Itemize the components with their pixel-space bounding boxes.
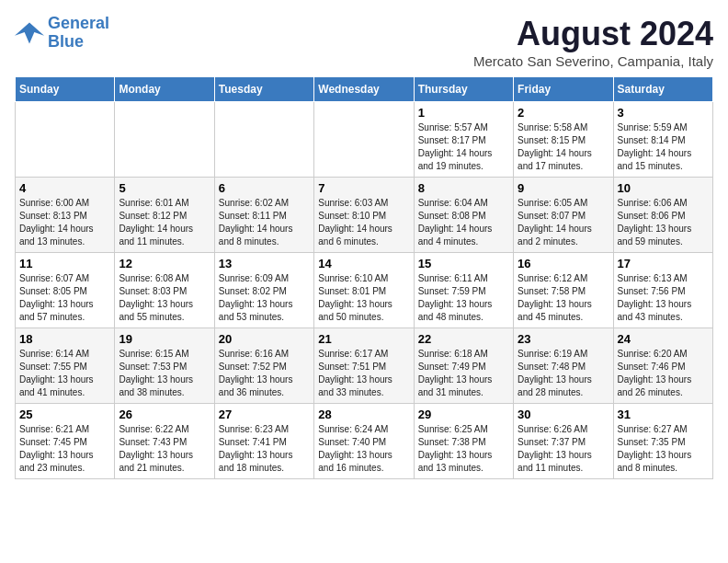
day-number: 3	[618, 106, 709, 120]
day-number: 16	[518, 257, 609, 270]
calendar-cell: 31Sunrise: 6:27 AMSunset: 7:35 PMDayligh…	[613, 404, 712, 479]
calendar-cell: 8Sunrise: 6:04 AMSunset: 8:08 PMDaylight…	[414, 178, 513, 253]
day-info: Sunrise: 6:24 AMSunset: 7:40 PMDaylight:…	[318, 423, 409, 475]
title-section: August 2024 Mercato San Severino, Campan…	[473, 15, 713, 69]
day-number: 15	[418, 257, 509, 270]
weekday-header: Wednesday	[314, 77, 414, 102]
calendar-cell: 13Sunrise: 6:09 AMSunset: 8:02 PMDayligh…	[214, 253, 313, 328]
calendar-cell: 19Sunrise: 6:15 AMSunset: 7:53 PMDayligh…	[115, 328, 214, 404]
day-number: 2	[518, 106, 609, 120]
day-number: 30	[518, 408, 609, 421]
day-info: Sunrise: 6:25 AMSunset: 7:38 PMDaylight:…	[418, 423, 509, 475]
calendar-cell: 7Sunrise: 6:03 AMSunset: 8:10 PMDaylight…	[314, 178, 414, 253]
day-number: 19	[119, 332, 210, 346]
day-info: Sunrise: 6:15 AMSunset: 7:53 PMDaylight:…	[119, 348, 210, 399]
calendar-cell: 1Sunrise: 5:57 AMSunset: 8:17 PMDaylight…	[414, 102, 513, 178]
calendar-cell	[115, 102, 214, 178]
calendar-cell: 21Sunrise: 6:17 AMSunset: 7:51 PMDayligh…	[314, 328, 414, 404]
day-number: 7	[318, 181, 409, 195]
day-number: 1	[418, 106, 509, 120]
day-info: Sunrise: 6:20 AMSunset: 7:46 PMDaylight:…	[618, 348, 709, 399]
calendar-cell: 3Sunrise: 5:59 AMSunset: 8:14 PMDaylight…	[613, 102, 712, 178]
calendar-cell: 29Sunrise: 6:25 AMSunset: 7:38 PMDayligh…	[414, 404, 513, 479]
day-number: 26	[119, 408, 210, 421]
calendar-cell: 6Sunrise: 6:02 AMSunset: 8:11 PMDaylight…	[214, 178, 313, 253]
day-number: 24	[618, 332, 709, 346]
day-info: Sunrise: 6:05 AMSunset: 8:07 PMDaylight:…	[518, 197, 609, 248]
day-number: 23	[518, 332, 609, 346]
calendar-cell: 4Sunrise: 6:00 AMSunset: 8:13 PMDaylight…	[16, 178, 115, 253]
day-info: Sunrise: 6:22 AMSunset: 7:43 PMDaylight:…	[119, 423, 210, 475]
day-number: 10	[618, 181, 709, 195]
day-number: 13	[219, 257, 310, 270]
logo-text: General Blue	[48, 15, 109, 52]
calendar-cell: 22Sunrise: 6:18 AMSunset: 7:49 PMDayligh…	[414, 328, 513, 404]
logo-icon	[15, 20, 44, 46]
day-number: 11	[19, 257, 110, 270]
calendar-cell: 23Sunrise: 6:19 AMSunset: 7:48 PMDayligh…	[514, 328, 613, 404]
calendar-cell: 14Sunrise: 6:10 AMSunset: 8:01 PMDayligh…	[314, 253, 414, 328]
day-number: 18	[19, 332, 110, 346]
day-number: 12	[119, 257, 210, 270]
calendar-cell: 27Sunrise: 6:23 AMSunset: 7:41 PMDayligh…	[214, 404, 313, 479]
weekday-header: Thursday	[414, 77, 513, 102]
day-info: Sunrise: 6:17 AMSunset: 7:51 PMDaylight:…	[318, 348, 409, 399]
day-number: 20	[219, 332, 310, 346]
calendar-cell: 11Sunrise: 6:07 AMSunset: 8:05 PMDayligh…	[16, 253, 115, 328]
day-info: Sunrise: 6:27 AMSunset: 7:35 PMDaylight:…	[618, 423, 709, 475]
day-number: 21	[318, 332, 409, 346]
day-info: Sunrise: 6:19 AMSunset: 7:48 PMDaylight:…	[518, 348, 609, 399]
weekday-header: Tuesday	[214, 77, 313, 102]
day-info: Sunrise: 6:00 AMSunset: 8:13 PMDaylight:…	[19, 197, 110, 248]
day-info: Sunrise: 6:03 AMSunset: 8:10 PMDaylight:…	[318, 197, 409, 248]
calendar-week-row: 18Sunrise: 6:14 AMSunset: 7:55 PMDayligh…	[16, 328, 713, 404]
weekday-header-row: SundayMondayTuesdayWednesdayThursdayFrid…	[16, 77, 713, 102]
day-info: Sunrise: 6:26 AMSunset: 7:37 PMDaylight:…	[518, 423, 609, 475]
day-info: Sunrise: 6:18 AMSunset: 7:49 PMDaylight:…	[418, 348, 509, 399]
day-number: 28	[318, 408, 409, 421]
day-info: Sunrise: 6:08 AMSunset: 8:03 PMDaylight:…	[119, 272, 210, 324]
calendar-table: SundayMondayTuesdayWednesdayThursdayFrid…	[15, 76, 713, 479]
day-info: Sunrise: 6:10 AMSunset: 8:01 PMDaylight:…	[318, 272, 409, 324]
calendar-cell	[314, 102, 414, 178]
day-number: 22	[418, 332, 509, 346]
day-info: Sunrise: 6:13 AMSunset: 7:56 PMDaylight:…	[618, 272, 709, 324]
day-number: 17	[618, 257, 709, 270]
day-info: Sunrise: 6:09 AMSunset: 8:02 PMDaylight:…	[219, 272, 310, 324]
day-info: Sunrise: 6:14 AMSunset: 7:55 PMDaylight:…	[19, 348, 110, 399]
calendar-week-row: 11Sunrise: 6:07 AMSunset: 8:05 PMDayligh…	[16, 253, 713, 328]
weekday-header: Saturday	[613, 77, 712, 102]
day-info: Sunrise: 6:21 AMSunset: 7:45 PMDaylight:…	[19, 423, 110, 475]
calendar-cell: 9Sunrise: 6:05 AMSunset: 8:07 PMDaylight…	[514, 178, 613, 253]
day-info: Sunrise: 6:12 AMSunset: 7:58 PMDaylight:…	[518, 272, 609, 324]
day-info: Sunrise: 6:01 AMSunset: 8:12 PMDaylight:…	[119, 197, 210, 248]
page-header: General Blue August 2024 Mercato San Sev…	[15, 15, 713, 69]
calendar-cell: 18Sunrise: 6:14 AMSunset: 7:55 PMDayligh…	[16, 328, 115, 404]
calendar-cell: 17Sunrise: 6:13 AMSunset: 7:56 PMDayligh…	[613, 253, 712, 328]
day-number: 9	[518, 181, 609, 195]
day-info: Sunrise: 5:57 AMSunset: 8:17 PMDaylight:…	[418, 121, 509, 173]
calendar-cell: 15Sunrise: 6:11 AMSunset: 7:59 PMDayligh…	[414, 253, 513, 328]
day-number: 27	[219, 408, 310, 421]
day-info: Sunrise: 6:07 AMSunset: 8:05 PMDaylight:…	[19, 272, 110, 324]
calendar-cell: 10Sunrise: 6:06 AMSunset: 8:06 PMDayligh…	[613, 178, 712, 253]
weekday-header: Monday	[115, 77, 214, 102]
calendar-cell: 2Sunrise: 5:58 AMSunset: 8:15 PMDaylight…	[514, 102, 613, 178]
calendar-cell: 24Sunrise: 6:20 AMSunset: 7:46 PMDayligh…	[613, 328, 712, 404]
day-number: 4	[19, 181, 110, 195]
calendar-cell: 25Sunrise: 6:21 AMSunset: 7:45 PMDayligh…	[16, 404, 115, 479]
calendar-week-row: 25Sunrise: 6:21 AMSunset: 7:45 PMDayligh…	[16, 404, 713, 479]
day-number: 25	[19, 408, 110, 421]
weekday-header: Sunday	[16, 77, 115, 102]
calendar-cell: 30Sunrise: 6:26 AMSunset: 7:37 PMDayligh…	[514, 404, 613, 479]
calendar-cell: 26Sunrise: 6:22 AMSunset: 7:43 PMDayligh…	[115, 404, 214, 479]
calendar-week-row: 4Sunrise: 6:00 AMSunset: 8:13 PMDaylight…	[16, 178, 713, 253]
calendar-cell: 28Sunrise: 6:24 AMSunset: 7:40 PMDayligh…	[314, 404, 414, 479]
day-number: 8	[418, 181, 509, 195]
weekday-header: Friday	[514, 77, 613, 102]
day-info: Sunrise: 6:04 AMSunset: 8:08 PMDaylight:…	[418, 197, 509, 248]
logo: General Blue	[15, 15, 109, 52]
svg-marker-0	[15, 22, 44, 43]
day-number: 14	[318, 257, 409, 270]
day-number: 31	[618, 408, 709, 421]
